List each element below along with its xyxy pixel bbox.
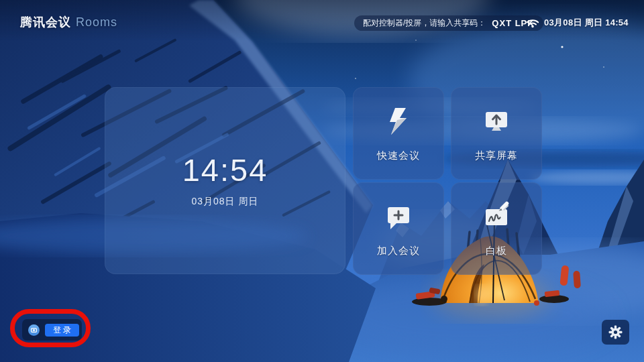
status-datetime: 03月08日 周日 14:54 [544, 17, 629, 29]
screen-upload-icon [481, 106, 512, 137]
tile-label: 加入会议 [377, 245, 420, 257]
tile-label: 白板 [486, 245, 507, 257]
tile-whiteboard[interactable]: 白板 [451, 182, 542, 275]
app-logo: 腾讯会议 Rooms [20, 14, 117, 30]
clock-date: 03月08日 周日 [191, 196, 258, 208]
chat-plus-icon [383, 201, 414, 232]
tile-share-screen[interactable]: 共享屏幕 [451, 87, 542, 180]
pairing-hint-text: 配对控制器/投屏，请输入共享码： [363, 17, 486, 29]
whiteboard-pen-icon [481, 201, 512, 232]
rooms-display-icon [28, 324, 40, 336]
clock-panel: 14:54 03月08日 周日 [105, 87, 345, 274]
clock-time: 14:54 [182, 154, 268, 186]
app-logo-cn: 腾讯会议 [20, 14, 71, 30]
wifi-icon [526, 17, 539, 29]
settings-button[interactable] [602, 320, 629, 345]
login-button[interactable]: 登录 [45, 324, 79, 337]
tile-quick-meeting[interactable]: 快速会议 [353, 87, 444, 180]
app-logo-en: Rooms [76, 15, 117, 29]
tile-label: 共享屏幕 [475, 149, 518, 162]
pairing-code-pill: 配对控制器/投屏，请输入共享码： QXT LPK [354, 15, 543, 31]
tencent-meeting-rooms-home: { "app": { "title_cn": "腾讯会议", "title_en… [0, 0, 644, 362]
gear-icon [608, 325, 623, 339]
lightning-icon [383, 106, 414, 137]
login-widget: 登录 [22, 319, 82, 341]
tile-join-meeting[interactable]: 加入会议 [353, 182, 444, 275]
tile-label: 快速会议 [377, 149, 420, 162]
